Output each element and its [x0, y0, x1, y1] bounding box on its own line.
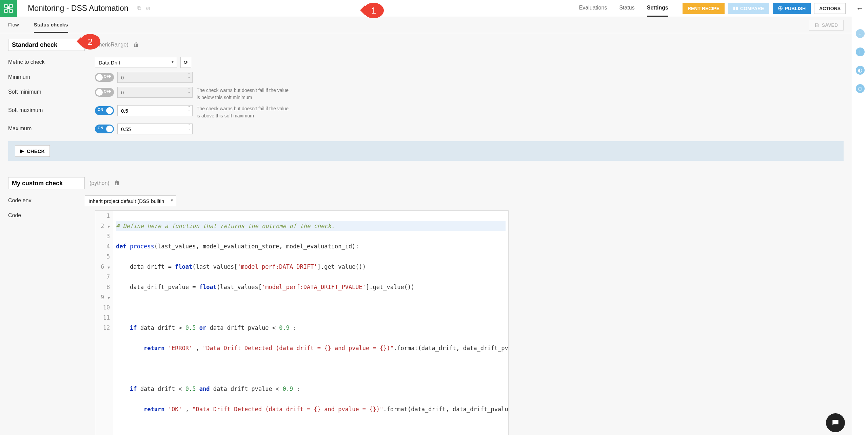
trash-icon[interactable]: 🗑	[114, 180, 120, 187]
editor-code[interactable]: # Define here a function that returns th…	[113, 211, 508, 435]
subnav: Flow Status checks SAVED 2	[0, 17, 852, 33]
compare-button[interactable]: COMPARE	[728, 3, 769, 14]
soft-max-input[interactable]	[117, 105, 193, 116]
tab-status-checks[interactable]: Status checks	[34, 17, 68, 33]
publish-button[interactable]: PUBLISH	[773, 3, 811, 14]
maximum-label: Maximum	[8, 124, 95, 132]
disabled-icon[interactable]: ⊘	[146, 5, 150, 12]
rail-info-icon[interactable]: i	[856, 48, 865, 56]
content-area: (numericRange) 🗑 Metric to check Data Dr…	[0, 33, 852, 435]
rail-add-icon[interactable]: +	[856, 29, 865, 38]
topbar: Monitoring - DSS Automation ⧉ ⊘ Evaluati…	[0, 0, 852, 17]
soft-max-toggle[interactable]: ON	[95, 106, 114, 115]
nav-evaluations[interactable]: Evaluations	[579, 0, 607, 17]
svg-rect-0	[5, 4, 7, 7]
nav-settings[interactable]: Settings	[647, 0, 668, 17]
chat-icon	[831, 418, 840, 427]
refresh-icon: ⟳	[184, 59, 188, 65]
code-env-select[interactable]: Inherit project default (DSS builtin env…	[85, 195, 176, 206]
tab-flow[interactable]: Flow	[8, 17, 19, 33]
svg-rect-2	[5, 10, 7, 12]
metric-select[interactable]: Data Drift	[95, 57, 177, 68]
rail-chat-icon[interactable]: ◐	[856, 66, 865, 75]
standard-check-block: (numericRange) 🗑 Metric to check Data Dr…	[8, 39, 844, 161]
save-icon	[814, 23, 819, 27]
callout-2: 2	[80, 34, 100, 50]
parent-recipe-button[interactable]: RENT RECIPE	[683, 3, 725, 14]
code-env-label: Code env	[8, 195, 85, 204]
custom-check-type-label: (python)	[90, 180, 110, 186]
play-icon: ▶	[20, 148, 24, 154]
soft-min-label: Soft minimum	[8, 87, 95, 95]
soft-min-input	[117, 87, 193, 98]
svg-rect-4	[733, 7, 735, 10]
actions-button[interactable]: ACTIONS	[814, 3, 846, 14]
code-editor[interactable]: 1 2 ▼ 3 4 5 6 ▼ 7 8 9 ▼ 10 11 12	[95, 210, 509, 435]
maximum-input[interactable]	[117, 124, 193, 134]
custom-check-name-input[interactable]	[8, 177, 85, 189]
svg-rect-3	[10, 10, 13, 12]
metric-label: Metric to check	[8, 57, 95, 65]
custom-check-block: (python) 🗑 Code env Inherit project defa…	[8, 177, 844, 435]
maximum-toggle[interactable]: ON	[95, 125, 114, 133]
trash-icon[interactable]: 🗑	[133, 41, 139, 48]
check-run-bar: ▶CHECK	[8, 141, 844, 161]
minimum-toggle[interactable]: OFF	[95, 73, 114, 82]
back-arrow-icon[interactable]: ←	[856, 4, 864, 13]
refresh-button[interactable]: ⟳	[180, 57, 191, 68]
soft-min-toggle[interactable]: OFF	[95, 88, 114, 97]
run-check-button[interactable]: ▶CHECK	[15, 145, 50, 157]
nav-status[interactable]: Status	[619, 0, 634, 17]
editor-gutter: 1 2 ▼ 3 4 5 6 ▼ 7 8 9 ▼ 10 11 12	[95, 211, 113, 435]
soft-min-help: The check warns but doesn't fail if the …	[197, 87, 292, 101]
page-title: Monitoring - DSS Automation	[28, 4, 129, 13]
chat-fab[interactable]	[826, 413, 845, 432]
rail-clock-icon[interactable]: ◷	[856, 84, 865, 93]
callout-1: 1	[363, 3, 384, 18]
right-rail: ← + i ◐ ◷	[852, 0, 868, 435]
svg-rect-1	[10, 4, 13, 7]
minimum-label: Minimum	[8, 72, 95, 80]
top-nav: Evaluations Status Settings	[579, 0, 668, 17]
soft-max-help: The check warns but doesn't fail if the …	[197, 105, 292, 119]
saved-button: SAVED	[809, 20, 844, 31]
minimum-input	[117, 72, 193, 83]
code-label: Code	[8, 210, 95, 219]
svg-rect-5	[736, 7, 738, 10]
app-logo[interactable]	[0, 0, 17, 17]
soft-max-label: Soft maximum	[8, 105, 95, 113]
copy-icon[interactable]: ⧉	[137, 5, 141, 12]
